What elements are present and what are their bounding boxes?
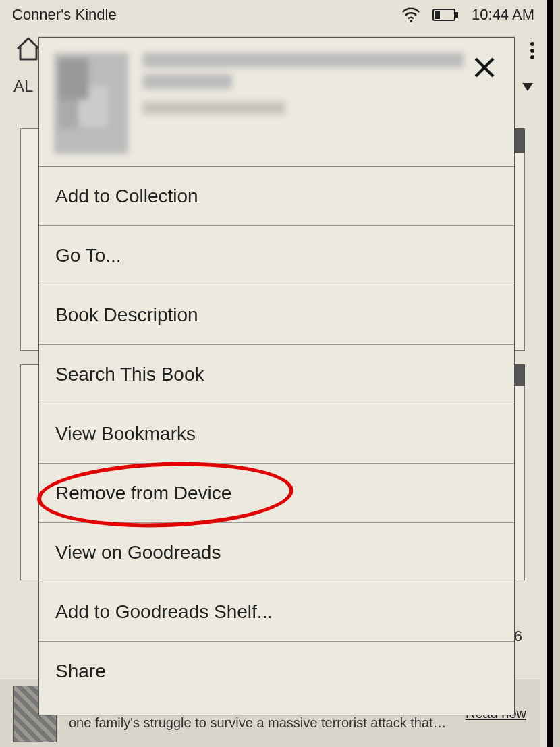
svg-point-0 (410, 20, 412, 22)
menu-item-add-to-goodreads-shelf[interactable]: Add to Goodreads Shelf... (39, 582, 514, 642)
menu-item-label: Search This Book (55, 364, 204, 385)
menu-item-add-to-collection[interactable]: Add to Collection (39, 167, 514, 226)
menu-item-share[interactable]: Share (39, 642, 514, 701)
menu-item-label: Go To... (55, 245, 121, 267)
menu-item-label: Book Description (55, 304, 198, 326)
status-bar: Conner's Kindle 10:44 AM (0, 0, 547, 30)
menu-item-label: View Bookmarks (55, 423, 196, 445)
menu-item-view-on-goodreads[interactable]: View on Goodreads (39, 523, 514, 582)
close-button[interactable] (470, 53, 499, 82)
menu-item-search-this-book[interactable]: Search This Book (39, 345, 514, 404)
menu-item-label: Add to Goodreads Shelf... (55, 601, 273, 623)
menu-item-label: Remove from Device (55, 482, 231, 504)
svg-rect-3 (435, 11, 440, 19)
wifi-icon (401, 7, 420, 22)
menu-item-view-bookmarks[interactable]: View Bookmarks (39, 404, 514, 464)
svg-rect-2 (455, 12, 458, 18)
menu-list: Add to Collection Go To... Book Descript… (39, 167, 514, 701)
battery-icon (432, 8, 459, 22)
device-name: Conner's Kindle (12, 6, 117, 24)
close-icon (473, 56, 496, 79)
clock-time: 10:44 AM (472, 6, 534, 24)
book-actions-modal: Add to Collection Go To... Book Descript… (38, 37, 515, 715)
kindle-screen: Conner's Kindle 10:44 AM (0, 0, 553, 747)
home-icon[interactable] (15, 36, 42, 65)
book-cover-thumb (54, 53, 128, 154)
menu-item-label: Share (55, 661, 106, 682)
menu-item-go-to[interactable]: Go To... (39, 226, 514, 285)
menu-item-label: Add to Collection (55, 186, 198, 207)
library-filter-label[interactable]: AL (13, 77, 33, 96)
menu-item-label: View on Goodreads (55, 542, 221, 563)
menu-item-remove-from-device[interactable]: Remove from Device (39, 464, 514, 523)
menu-item-book-description[interactable]: Book Description (39, 285, 514, 345)
book-title-block (143, 53, 499, 154)
sort-dropdown[interactable] (518, 78, 533, 95)
chevron-down-icon (522, 83, 533, 91)
overflow-menu-icon[interactable] (530, 39, 534, 62)
modal-header (39, 38, 514, 167)
